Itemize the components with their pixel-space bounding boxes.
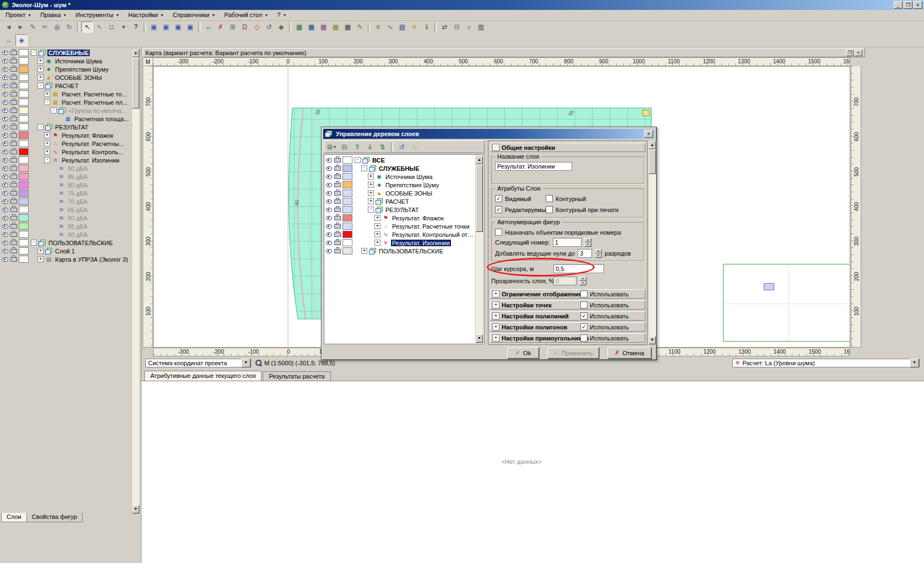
- layer-row[interactable]: +⚑Результат. Флажок: [325, 214, 475, 222]
- print-layer-icon[interactable]: [333, 223, 341, 230]
- visible-checkbox[interactable]: [495, 195, 502, 202]
- layer-label[interactable]: ОСОБЫЕ ЗОНЫ: [54, 74, 103, 81]
- layer-row[interactable]: +Слой 1: [1, 247, 131, 255]
- layer-label[interactable]: Результат. Изолинии: [61, 157, 121, 164]
- chart-icon[interactable]: ∿: [384, 21, 396, 33]
- print-layer-icon[interactable]: [9, 223, 18, 230]
- collapse-icon[interactable]: -: [31, 50, 37, 56]
- expand-icon[interactable]: +: [368, 174, 374, 180]
- expand-icon[interactable]: +: [361, 248, 367, 254]
- use-checkbox[interactable]: [580, 301, 588, 308]
- layer-label[interactable]: Карта в УПРЗА (Эколог 3): [54, 256, 129, 263]
- print-layer-icon[interactable]: [9, 181, 18, 189]
- layer-label[interactable]: ПОЛЬЗОВАТЕЛЬСКИЕ: [378, 248, 444, 255]
- layer-color-swatch[interactable]: [343, 223, 352, 230]
- layer-color-swatch[interactable]: [343, 181, 352, 188]
- layer-row[interactable]: +♣Препятствия Шуму: [1, 65, 131, 73]
- visibility-icon[interactable]: [325, 173, 333, 181]
- expand-icon[interactable]: +: [44, 91, 50, 97]
- view-style-icon[interactable]: ◆: [275, 21, 287, 33]
- collapse-icon[interactable]: -: [355, 157, 361, 163]
- print-layer-icon[interactable]: [9, 239, 18, 247]
- visibility-icon[interactable]: [325, 247, 333, 255]
- expand-icon[interactable]: +: [37, 66, 44, 72]
- visibility-icon[interactable]: [325, 181, 333, 189]
- layer-row[interactable]: +РАСЧЕТ: [325, 197, 475, 205]
- expand-icon[interactable]: +: [37, 248, 44, 254]
- layer-color-swatch[interactable]: [19, 247, 29, 255]
- layer-label[interactable]: Слой 1: [54, 248, 76, 255]
- layer-label[interactable]: 85 дБА: [67, 174, 89, 180]
- visibility-icon[interactable]: [325, 198, 333, 205]
- use-checkbox[interactable]: [580, 334, 588, 342]
- layer-row[interactable]: ≋60 дБА: [1, 214, 131, 222]
- layer-label[interactable]: Результат. Флажок: [61, 132, 115, 139]
- collapse-icon[interactable]: -: [44, 157, 50, 163]
- magnet-icon[interactable]: Ω: [239, 21, 251, 33]
- print-layer-icon[interactable]: [9, 256, 18, 263]
- chevron-down-icon[interactable]: ▼: [910, 359, 919, 367]
- print-layer-icon[interactable]: [9, 99, 18, 106]
- layer-label[interactable]: Результат. Расчетные точки: [391, 223, 471, 230]
- polygon-tool-icon[interactable]: ◇: [251, 21, 263, 33]
- visibility-icon[interactable]: [1, 90, 9, 98]
- rotate-object-icon[interactable]: ↺: [263, 21, 275, 33]
- layer-color-swatch[interactable]: [343, 239, 352, 246]
- layer-row[interactable]: ▦Расчетная площа...: [1, 115, 131, 123]
- layer-color-swatch[interactable]: [19, 82, 29, 89]
- print-layer-icon[interactable]: [9, 190, 18, 197]
- expand-icon[interactable]: +: [368, 198, 374, 204]
- layer-color-swatch[interactable]: [19, 49, 29, 56]
- visibility-icon[interactable]: [1, 57, 9, 65]
- collapse-icon[interactable]: -: [361, 165, 367, 171]
- layer-label[interactable]: <Группа по умолча...: [67, 107, 127, 114]
- visibility-icon[interactable]: [1, 99, 9, 106]
- visibility-icon[interactable]: [1, 165, 9, 172]
- layer-color-swatch[interactable]: [343, 156, 352, 164]
- visibility-icon[interactable]: [325, 165, 333, 172]
- highlight-icon[interactable]: ☀: [409, 21, 420, 33]
- layer-row[interactable]: -▦Расчет. Расчетные пл...: [1, 98, 131, 106]
- print-layer-icon[interactable]: [333, 173, 341, 181]
- pan-mode-icon[interactable]: ↔: [3, 34, 15, 46]
- close-map-button[interactable]: ×: [855, 50, 862, 56]
- layer-label[interactable]: Результат. Контроль...: [61, 149, 124, 155]
- visibility-icon[interactable]: [1, 231, 9, 239]
- layer-color-swatch[interactable]: [343, 206, 352, 213]
- print-layer-icon[interactable]: [333, 165, 341, 172]
- layer-label[interactable]: 65 дБА: [67, 207, 89, 213]
- layer-label[interactable]: РАСЧЕТ: [384, 198, 410, 205]
- collapse-icon[interactable]: -: [368, 207, 374, 213]
- sort-layers-icon[interactable]: ⇅: [377, 142, 388, 153]
- layer-label[interactable]: 80 дБА: [67, 182, 89, 188]
- layer-label[interactable]: Результат. Контрольный отрезок: [391, 231, 475, 238]
- visibility-icon[interactable]: [1, 256, 9, 263]
- layer-row[interactable]: ≋90 дБА: [1, 164, 131, 172]
- layer-color-swatch[interactable]: [19, 74, 29, 81]
- layer-frame-3-icon[interactable]: ▣: [172, 21, 184, 33]
- collapse-icon[interactable]: -: [492, 144, 499, 151]
- next-number-spinner[interactable]: ▲▼: [584, 238, 591, 247]
- expand-icon[interactable]: +: [374, 231, 381, 237]
- table-flags-icon[interactable]: ▦: [293, 21, 305, 33]
- scroll-up-icon[interactable]: ▲: [476, 156, 483, 164]
- expand-icon[interactable]: +: [37, 74, 44, 80]
- expand-icon[interactable]: +: [374, 215, 381, 221]
- layer-label[interactable]: Расчет. Расчетные пл...: [61, 99, 129, 106]
- layer-row[interactable]: +⚑Результат. Флажок: [1, 131, 131, 139]
- editable-checkbox[interactable]: [495, 206, 502, 213]
- layer-color-swatch[interactable]: [19, 90, 29, 98]
- expand-icon[interactable]: +: [37, 58, 44, 64]
- scroll-thumb[interactable]: [476, 165, 483, 232]
- layer-frame-2-icon[interactable]: ▣: [160, 21, 172, 33]
- expand-icon[interactable]: +: [492, 323, 499, 331]
- scroll-down-icon[interactable]: ▼: [649, 336, 656, 344]
- layer-label[interactable]: Результат. Изолинии: [391, 240, 451, 246]
- expand-icon[interactable]: +: [374, 223, 381, 229]
- close-button[interactable]: ×: [914, 1, 922, 9]
- redo-icon[interactable]: ↻: [409, 142, 420, 153]
- move-layer-up-icon[interactable]: ⇑: [351, 142, 363, 153]
- print-layer-icon[interactable]: [333, 206, 341, 214]
- layer-color-swatch[interactable]: [19, 115, 29, 122]
- pick-point-icon[interactable]: +: [118, 21, 129, 33]
